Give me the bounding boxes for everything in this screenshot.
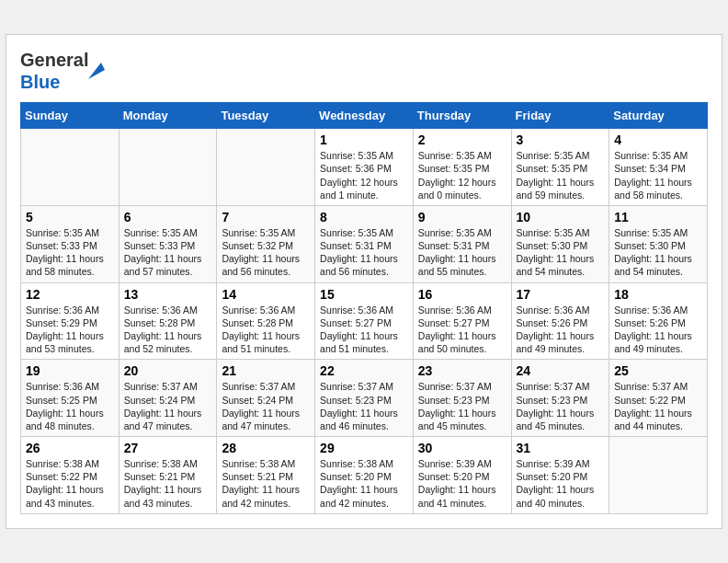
day-info: Sunrise: 5:35 AM Sunset: 5:31 PM Dayligh…	[320, 226, 408, 279]
day-info: Sunrise: 5:39 AM Sunset: 5:20 PM Dayligh…	[418, 457, 506, 510]
calendar-header: GeneralBlue	[20, 49, 708, 93]
calendar-table: SundayMondayTuesdayWednesdayThursdayFrid…	[20, 102, 708, 513]
day-number: 4	[614, 132, 702, 147]
svg-marker-0	[88, 63, 105, 79]
calendar-cell: 29Sunrise: 5:38 AM Sunset: 5:20 PM Dayli…	[315, 437, 414, 514]
weekday-header-tuesday: Tuesday	[217, 103, 315, 129]
day-info: Sunrise: 5:37 AM Sunset: 5:23 PM Dayligh…	[320, 380, 408, 432]
day-info: Sunrise: 5:35 AM Sunset: 5:32 PM Dayligh…	[222, 226, 310, 279]
day-number: 29	[320, 441, 408, 455]
calendar-cell: 1Sunrise: 5:35 AM Sunset: 5:36 PM Daylig…	[315, 129, 414, 206]
logo: GeneralBlue	[20, 49, 105, 93]
day-info: Sunrise: 5:38 AM Sunset: 5:22 PM Dayligh…	[26, 457, 114, 510]
calendar-cell: 13Sunrise: 5:36 AM Sunset: 5:28 PM Dayli…	[119, 282, 217, 360]
day-number: 13	[124, 287, 212, 302]
day-info: Sunrise: 5:38 AM Sunset: 5:21 PM Dayligh…	[222, 457, 310, 510]
calendar-cell: 2Sunrise: 5:35 AM Sunset: 5:35 PM Daylig…	[413, 129, 511, 206]
week-row-4: 26Sunrise: 5:38 AM Sunset: 5:22 PM Dayli…	[21, 437, 708, 514]
day-number: 23	[418, 363, 506, 378]
day-number: 19	[26, 363, 114, 378]
day-number: 20	[124, 363, 212, 378]
day-info: Sunrise: 5:36 AM Sunset: 5:27 PM Dayligh…	[418, 304, 506, 356]
calendar-cell: 19Sunrise: 5:36 AM Sunset: 5:25 PM Dayli…	[21, 360, 119, 437]
calendar-cell: 23Sunrise: 5:37 AM Sunset: 5:23 PM Dayli…	[413, 360, 511, 437]
day-number: 11	[614, 210, 702, 224]
day-number: 1	[320, 132, 408, 147]
day-number: 9	[418, 210, 506, 224]
weekday-header-sunday: Sunday	[21, 103, 119, 129]
calendar-cell: 22Sunrise: 5:37 AM Sunset: 5:23 PM Dayli…	[315, 360, 414, 437]
calendar-cell: 21Sunrise: 5:37 AM Sunset: 5:24 PM Dayli…	[217, 360, 315, 437]
day-number: 28	[222, 441, 310, 455]
calendar-cell: 18Sunrise: 5:36 AM Sunset: 5:26 PM Dayli…	[609, 282, 708, 360]
calendar-cell: 27Sunrise: 5:38 AM Sunset: 5:21 PM Dayli…	[119, 437, 217, 514]
calendar-cell: 4Sunrise: 5:35 AM Sunset: 5:34 PM Daylig…	[609, 129, 708, 206]
day-info: Sunrise: 5:36 AM Sunset: 5:26 PM Dayligh…	[614, 304, 702, 356]
day-number: 18	[614, 287, 702, 302]
day-info: Sunrise: 5:37 AM Sunset: 5:24 PM Dayligh…	[222, 380, 310, 432]
day-info: Sunrise: 5:37 AM Sunset: 5:23 PM Dayligh…	[517, 380, 605, 432]
calendar-cell: 24Sunrise: 5:37 AM Sunset: 5:23 PM Dayli…	[511, 360, 609, 437]
calendar-cell	[21, 129, 119, 206]
day-number: 27	[124, 441, 212, 455]
week-row-1: 5Sunrise: 5:35 AM Sunset: 5:33 PM Daylig…	[21, 205, 708, 282]
day-number: 22	[320, 363, 408, 378]
calendar-cell: 11Sunrise: 5:35 AM Sunset: 5:30 PM Dayli…	[609, 205, 708, 282]
week-row-2: 12Sunrise: 5:36 AM Sunset: 5:29 PM Dayli…	[21, 282, 708, 360]
day-info: Sunrise: 5:37 AM Sunset: 5:23 PM Dayligh…	[418, 380, 506, 432]
day-info: Sunrise: 5:35 AM Sunset: 5:36 PM Dayligh…	[320, 149, 408, 201]
calendar-cell: 14Sunrise: 5:36 AM Sunset: 5:28 PM Dayli…	[217, 282, 315, 360]
day-number: 7	[222, 210, 310, 224]
week-row-0: 1Sunrise: 5:35 AM Sunset: 5:36 PM Daylig…	[21, 129, 708, 206]
calendar-cell: 15Sunrise: 5:36 AM Sunset: 5:27 PM Dayli…	[315, 282, 414, 360]
day-info: Sunrise: 5:37 AM Sunset: 5:24 PM Dayligh…	[124, 380, 212, 432]
calendar-container: GeneralBlue SundayMondayTuesdayWednesday…	[6, 34, 722, 528]
weekday-header-monday: Monday	[119, 103, 217, 129]
calendar-cell: 28Sunrise: 5:38 AM Sunset: 5:21 PM Dayli…	[217, 437, 315, 514]
calendar-cell	[217, 129, 315, 206]
day-info: Sunrise: 5:35 AM Sunset: 5:35 PM Dayligh…	[418, 149, 506, 201]
calendar-cell	[609, 437, 708, 514]
weekday-header-wednesday: Wednesday	[315, 103, 414, 129]
calendar-cell: 5Sunrise: 5:35 AM Sunset: 5:33 PM Daylig…	[21, 205, 119, 282]
day-number: 17	[517, 287, 605, 302]
day-info: Sunrise: 5:36 AM Sunset: 5:29 PM Dayligh…	[26, 304, 114, 356]
calendar-cell: 6Sunrise: 5:35 AM Sunset: 5:33 PM Daylig…	[119, 205, 217, 282]
calendar-cell: 16Sunrise: 5:36 AM Sunset: 5:27 PM Dayli…	[413, 282, 511, 360]
calendar-cell: 20Sunrise: 5:37 AM Sunset: 5:24 PM Dayli…	[119, 360, 217, 437]
day-info: Sunrise: 5:36 AM Sunset: 5:28 PM Dayligh…	[124, 304, 212, 356]
day-number: 10	[517, 210, 605, 224]
day-number: 5	[26, 210, 114, 224]
logo-bird-icon	[88, 63, 105, 79]
calendar-cell: 10Sunrise: 5:35 AM Sunset: 5:30 PM Dayli…	[511, 205, 609, 282]
day-info: Sunrise: 5:38 AM Sunset: 5:21 PM Dayligh…	[124, 457, 212, 510]
calendar-cell: 17Sunrise: 5:36 AM Sunset: 5:26 PM Dayli…	[511, 282, 609, 360]
day-number: 2	[418, 132, 506, 147]
day-number: 31	[517, 441, 605, 455]
day-info: Sunrise: 5:37 AM Sunset: 5:22 PM Dayligh…	[614, 380, 702, 432]
day-info: Sunrise: 5:35 AM Sunset: 5:30 PM Dayligh…	[517, 226, 605, 279]
day-info: Sunrise: 5:36 AM Sunset: 5:26 PM Dayligh…	[517, 304, 605, 356]
day-number: 8	[320, 210, 408, 224]
day-number: 30	[418, 441, 506, 455]
weekday-header-friday: Friday	[511, 103, 609, 129]
day-number: 14	[222, 287, 310, 302]
calendar-cell: 7Sunrise: 5:35 AM Sunset: 5:32 PM Daylig…	[217, 205, 315, 282]
day-number: 3	[517, 132, 605, 147]
calendar-cell: 30Sunrise: 5:39 AM Sunset: 5:20 PM Dayli…	[413, 437, 511, 514]
day-number: 24	[517, 363, 605, 378]
day-number: 26	[26, 441, 114, 455]
day-number: 12	[26, 287, 114, 302]
calendar-cell: 26Sunrise: 5:38 AM Sunset: 5:22 PM Dayli…	[21, 437, 119, 514]
weekday-header-row: SundayMondayTuesdayWednesdayThursdayFrid…	[21, 103, 708, 129]
day-number: 25	[614, 363, 702, 378]
day-info: Sunrise: 5:35 AM Sunset: 5:30 PM Dayligh…	[614, 226, 702, 279]
calendar-cell: 3Sunrise: 5:35 AM Sunset: 5:35 PM Daylig…	[511, 129, 609, 206]
day-info: Sunrise: 5:35 AM Sunset: 5:33 PM Dayligh…	[124, 226, 212, 279]
day-info: Sunrise: 5:36 AM Sunset: 5:25 PM Dayligh…	[26, 380, 114, 432]
day-info: Sunrise: 5:39 AM Sunset: 5:20 PM Dayligh…	[517, 457, 605, 510]
day-info: Sunrise: 5:35 AM Sunset: 5:34 PM Dayligh…	[614, 149, 702, 201]
week-row-3: 19Sunrise: 5:36 AM Sunset: 5:25 PM Dayli…	[21, 360, 708, 437]
calendar-cell: 8Sunrise: 5:35 AM Sunset: 5:31 PM Daylig…	[315, 205, 414, 282]
day-number: 15	[320, 287, 408, 302]
